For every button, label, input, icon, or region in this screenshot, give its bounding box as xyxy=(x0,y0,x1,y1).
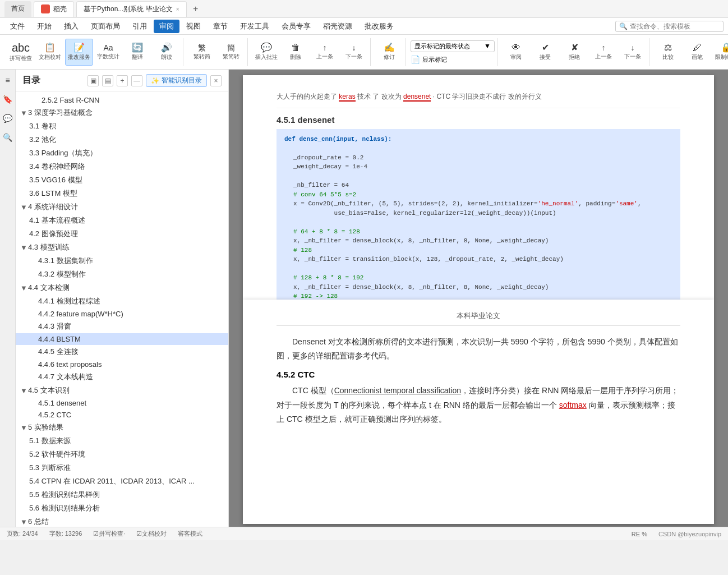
delete-comment-btn[interactable]: 🗑 删除 xyxy=(282,39,310,66)
toc-item-summary[interactable]: ▼ 6 总结 xyxy=(16,515,228,527)
menu-start[interactable]: 开始 xyxy=(31,20,57,33)
reject-btn[interactable]: ✘ 拒绝 xyxy=(560,39,588,66)
doc-check-btn[interactable]: 📋 文档校对 xyxy=(36,39,64,66)
display-status-dropdown[interactable]: 显示标记的最终状态 ▼ xyxy=(411,40,495,52)
toc-item-sys-design[interactable]: ▼ 4 系统详细设计 xyxy=(16,200,228,214)
toc-item-text-line[interactable]: 4.4.7 文本线构造 xyxy=(16,370,228,384)
tab-home[interactable]: 首页 xyxy=(4,1,31,17)
accept-btn[interactable]: ✔ 接受 xyxy=(531,39,559,66)
toc-item-sliding[interactable]: 4.4.3 滑窗 xyxy=(16,320,228,333)
collapse-all-btn[interactable]: ▤ xyxy=(102,75,113,86)
toc-options-btn[interactable]: — xyxy=(131,75,142,86)
prev-change-btn[interactable]: ↑ 上一条 xyxy=(589,39,618,66)
word-count-btn[interactable]: Aa 字数统计 xyxy=(94,39,122,66)
spell-check-status[interactable]: ☑拼写检查· xyxy=(93,530,125,538)
doc-tab-label: 基于Python...别系统 毕业论文 xyxy=(84,4,173,14)
review-btn[interactable]: 👁 审阅 xyxy=(502,39,530,66)
simp-to-trad-btn[interactable]: 簡 繁简转 xyxy=(217,39,245,66)
spell-check-btn[interactable]: abc 拼写检查 xyxy=(7,39,35,66)
toc-item-img-proc[interactable]: 4.2 图像预处理 xyxy=(16,227,228,241)
read-btn[interactable]: 🔊 朗读 xyxy=(153,39,181,66)
comment-side-icon[interactable]: 💬 xyxy=(2,112,14,125)
toc-item-densenet[interactable]: 4.5.1 densenet xyxy=(16,397,228,409)
toc-item-fast-rcnn[interactable]: 2.5.2 Fast R-CNN xyxy=(16,94,228,106)
toc-item-text-recog[interactable]: ▼ 4.5 文本识别 xyxy=(16,384,228,397)
menu-layout[interactable]: 页面布局 xyxy=(85,20,126,33)
prev-comment-btn[interactable]: ↑ 上一条 xyxy=(311,39,339,66)
nav-icon[interactable]: ≡ xyxy=(2,74,14,86)
menu-chapter[interactable]: 章节 xyxy=(208,20,233,33)
correction-btn[interactable]: 📝 批改服务 xyxy=(65,39,93,66)
markup-icon: 📄 xyxy=(411,56,420,63)
toc-content: 2.5.2 Fast R-CNN ▼ 3 深度学习基础概念 3.1 卷积 3.2… xyxy=(16,92,228,527)
add-toc-btn[interactable]: + xyxy=(117,75,128,86)
toc-item-ctpn[interactable]: 5.4 CTPN 在 ICDAR 2011、ICDAR 2013、ICAR ..… xyxy=(16,475,228,488)
translate-btn[interactable]: 🔄 翻译 xyxy=(123,39,151,66)
bookmark-icon[interactable]: 🔖 xyxy=(2,93,14,105)
trad-to-simp-btn[interactable]: 繁 繁转简 xyxy=(188,39,216,66)
expand-all-btn[interactable]: ▣ xyxy=(87,75,99,86)
tab-daoke[interactable]: 稻壳 xyxy=(34,1,74,17)
add-tab-button[interactable]: + xyxy=(189,2,202,16)
doc-check-status[interactable]: ☑文档校对 xyxy=(136,530,167,538)
toc-item-pooling[interactable]: 3.2 池化 xyxy=(16,133,228,146)
search-side-icon[interactable]: 🔍 xyxy=(2,131,14,144)
toc-item-text-proposals[interactable]: 4.4.6 text proposals xyxy=(16,358,228,370)
menu-devtools[interactable]: 开发工具 xyxy=(234,20,275,33)
close-sidebar-btn[interactable]: × xyxy=(210,75,222,86)
toc-item-cnn[interactable]: 3.4 卷积神经网络 xyxy=(16,160,228,173)
toc-item-detect-overview[interactable]: 4.4.1 检测过程综述 xyxy=(16,295,228,308)
insert-comment-btn[interactable]: 💬 插入批注 xyxy=(252,39,280,66)
menu-file[interactable]: 文件 xyxy=(4,20,30,33)
toc-item-dataset[interactable]: 4.3.1 数据集制作 xyxy=(16,254,228,268)
toc-item-dl-basics[interactable]: ▼ 3 深度学习基础概念 xyxy=(16,106,228,119)
toc-item-flow[interactable]: 4.1 基本流程概述 xyxy=(16,214,228,227)
menu-review[interactable]: 审阅 xyxy=(154,20,179,33)
track-btn[interactable]: ✍ 修订 xyxy=(375,39,403,66)
comment-mode[interactable]: 審客模式 xyxy=(178,530,202,538)
toc-item-hw-env[interactable]: 5.2 软件硬件环境 xyxy=(16,448,228,461)
toc-item-text-detect[interactable]: ▼ 4.4 文本检测 xyxy=(16,281,228,295)
home-tab-label: 首页 xyxy=(11,4,25,13)
toc-item-blstm[interactable]: 4.4.4 BLSTM xyxy=(16,333,228,345)
convert-group: 繁 繁转简 簡 繁简转 xyxy=(186,38,248,66)
toc-item-vgg16[interactable]: 3.5 VGG16 模型 xyxy=(16,173,228,187)
tab-document[interactable]: 基于Python...别系统 毕业论文 × xyxy=(76,1,187,17)
menu-view[interactable]: 视图 xyxy=(181,20,206,33)
spelling-group: abc 拼写检查 📋 文档校对 📝 批改服务 Aa 字数统计 🔄 翻译 🔊 朗读 xyxy=(4,38,183,66)
toc-item-train[interactable]: ▼ 4.3 模型训练 xyxy=(16,241,228,254)
spell-icon: abc xyxy=(12,42,30,53)
menu-member[interactable]: 会员专享 xyxy=(276,20,316,33)
next-comment-btn[interactable]: ↓ 下一条 xyxy=(340,39,368,66)
menu-daoke-res[interactable]: 稻壳资源 xyxy=(317,20,358,33)
toc-item-experiments[interactable]: ▼ 5 实验结果 xyxy=(16,421,228,434)
toc-item-detect-analysis[interactable]: 5.6 检测识别结果分析 xyxy=(16,502,228,515)
next-change-btn[interactable]: ↓ 下一条 xyxy=(619,39,647,66)
limit-edit-btn[interactable]: 🔒 限制编辑 xyxy=(712,39,728,66)
toc-item-fc[interactable]: 4.4.5 全连接 xyxy=(16,345,228,358)
menu-correction[interactable]: 批改服务 xyxy=(359,20,399,33)
close-icon[interactable]: × xyxy=(176,6,179,12)
toc-item-ctc[interactable]: 4.5.2 CTC xyxy=(16,409,228,421)
word-count-icon: Aa xyxy=(103,44,113,52)
toc-item-model-make[interactable]: 4.3.2 模型制作 xyxy=(16,268,228,281)
section-452-heading: 4.5.2 CTC xyxy=(277,370,680,379)
toc-item-conv[interactable]: 3.1 卷积 xyxy=(16,119,228,133)
menu-reference[interactable]: 引用 xyxy=(127,20,153,33)
toc-item-feature-map[interactable]: 4.4.2 feature map(W*H*C) xyxy=(16,308,228,320)
draw-btn[interactable]: 🖊 画笔 xyxy=(683,39,711,66)
toc-item-data-src[interactable]: 5.1 数据来源 xyxy=(16,434,228,448)
correction-icon: 📝 xyxy=(73,43,85,52)
toc-item-detect-samples[interactable]: 5.5 检测识别结果样例 xyxy=(16,488,228,502)
compare-btn[interactable]: ⚖ 比较 xyxy=(654,39,682,66)
search-input[interactable] xyxy=(630,22,720,30)
toc-item-criteria[interactable]: 5.3 判断标准 xyxy=(16,461,228,475)
toc-item-lstm[interactable]: 3.6 LSTM 模型 xyxy=(16,187,228,200)
toc-item-padding[interactable]: 3.3 Padding（填充） xyxy=(16,146,228,160)
daoke-logo xyxy=(41,4,50,13)
review-icon: 👁 xyxy=(512,43,520,52)
track-group: ✍ 修订 xyxy=(373,38,406,66)
menu-insert[interactable]: 插入 xyxy=(58,20,84,33)
search-toolbar: 🔍 xyxy=(615,21,724,32)
smart-toc-btn[interactable]: ✨ 智能识别目录 xyxy=(146,74,207,87)
